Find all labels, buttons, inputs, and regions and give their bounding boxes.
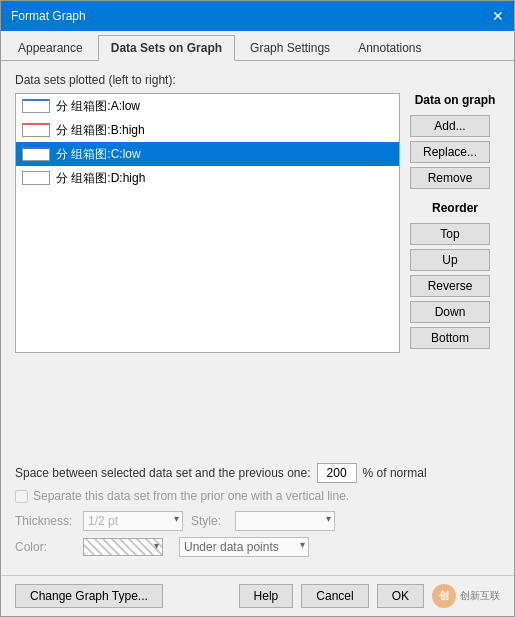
color-swatch[interactable]: [83, 538, 163, 556]
swatch-d-high: [22, 171, 50, 185]
help-button[interactable]: Help: [239, 584, 294, 608]
tab-content: Data sets plotted (left to right): 分 组箱图…: [1, 61, 514, 575]
add-button[interactable]: Add...: [410, 115, 490, 137]
space-input[interactable]: [317, 463, 357, 483]
tab-appearance[interactable]: Appearance: [5, 35, 96, 60]
change-graph-button[interactable]: Change Graph Type...: [15, 584, 163, 608]
under-data-select[interactable]: Under data points: [179, 537, 309, 557]
swatch-c-low: [22, 147, 50, 161]
ok-button[interactable]: OK: [377, 584, 424, 608]
window-title: Format Graph: [11, 9, 86, 23]
footer: Change Graph Type... Help Cancel OK 创 创新…: [1, 575, 514, 616]
remove-button[interactable]: Remove: [410, 167, 490, 189]
replace-button[interactable]: Replace...: [410, 141, 490, 163]
datasets-panel[interactable]: 分 组箱图:A:low 分 组箱图:B:high 分 组箱图:C:low 分 组…: [15, 93, 400, 353]
style-select[interactable]: [235, 511, 335, 531]
format-graph-window: Format Graph ✕ Appearance Data Sets on G…: [0, 0, 515, 617]
dataset-row-d-high[interactable]: 分 组箱图:D:high: [16, 166, 399, 190]
vertical-line-label: Separate this data set from the prior on…: [33, 489, 349, 503]
brand-watermark: 创 创新互联: [432, 584, 500, 608]
right-panel: Data on graph Add... Replace... Remove R…: [410, 93, 500, 453]
up-button[interactable]: Up: [410, 249, 490, 271]
dataset-label-d-high: 分 组箱图:D:high: [56, 170, 145, 187]
style-select-wrapper: [235, 511, 335, 531]
color-label: Color:: [15, 540, 75, 554]
cancel-button[interactable]: Cancel: [301, 584, 368, 608]
space-suffix: % of normal: [363, 466, 427, 480]
swatch-a-low: [22, 99, 50, 113]
close-button[interactable]: ✕: [492, 9, 504, 23]
tab-data-sets[interactable]: Data Sets on Graph: [98, 35, 235, 61]
space-label: Space between selected data set and the …: [15, 466, 311, 480]
dataset-label-a-low: 分 组箱图:A:low: [56, 98, 140, 115]
datasets-label: Data sets plotted (left to right):: [15, 73, 500, 87]
dataset-row-a-low[interactable]: 分 组箱图:A:low: [16, 94, 399, 118]
main-area: 分 组箱图:A:low 分 组箱图:B:high 分 组箱图:C:low 分 组…: [15, 93, 500, 453]
top-button[interactable]: Top: [410, 223, 490, 245]
swatch-b-high: [22, 123, 50, 137]
tab-annotations[interactable]: Annotations: [345, 35, 434, 60]
bottom-button[interactable]: Bottom: [410, 327, 490, 349]
reverse-button[interactable]: Reverse: [410, 275, 490, 297]
data-on-graph-title: Data on graph: [410, 93, 500, 107]
dataset-row-b-high[interactable]: 分 组箱图:B:high: [16, 118, 399, 142]
down-button[interactable]: Down: [410, 301, 490, 323]
under-data-wrapper: Under data points: [179, 537, 309, 557]
thickness-label: Thickness:: [15, 514, 75, 528]
dataset-label-b-high: 分 组箱图:B:high: [56, 122, 145, 139]
reorder-title: Reorder: [410, 201, 500, 215]
vertical-line-checkbox[interactable]: [15, 490, 28, 503]
dataset-row-c-low[interactable]: 分 组箱图:C:low: [16, 142, 399, 166]
brand-logo: 创: [432, 584, 456, 608]
space-row: Space between selected data set and the …: [15, 463, 500, 483]
thickness-select-wrapper: 1/2 pt: [83, 511, 183, 531]
tab-bar: Appearance Data Sets on Graph Graph Sett…: [1, 31, 514, 61]
tab-graph-settings[interactable]: Graph Settings: [237, 35, 343, 60]
dataset-label-c-low: 分 组箱图:C:low: [56, 146, 141, 163]
color-row: Color: Under data points: [15, 537, 500, 557]
color-select-wrapper: [83, 538, 163, 556]
style-label: Style:: [191, 514, 227, 528]
bottom-controls: Space between selected data set and the …: [15, 463, 500, 563]
vertical-line-row: Separate this data set from the prior on…: [15, 489, 500, 503]
brand-text: 创新互联: [460, 589, 500, 603]
thickness-select[interactable]: 1/2 pt: [83, 511, 183, 531]
title-bar: Format Graph ✕: [1, 1, 514, 31]
thickness-row: Thickness: 1/2 pt Style:: [15, 511, 500, 531]
